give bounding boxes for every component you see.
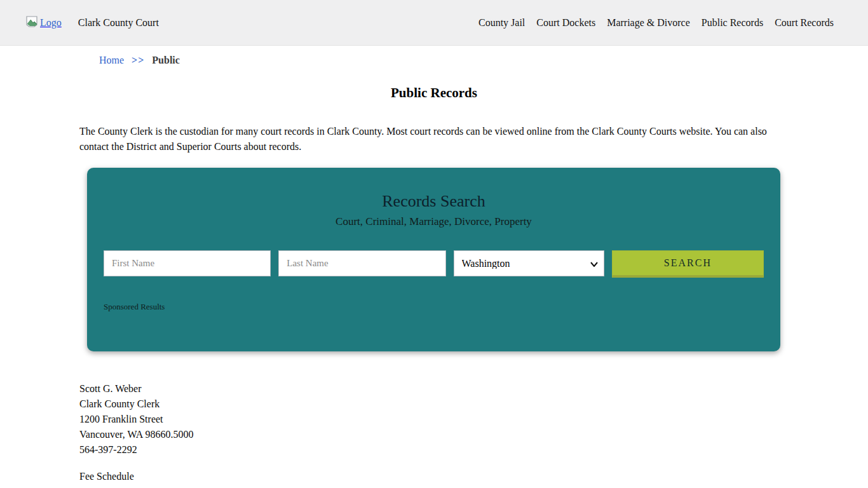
state-select[interactable]: Washington xyxy=(454,250,604,276)
nav-marriage-divorce[interactable]: Marriage & Divorce xyxy=(607,17,690,29)
fee-schedule-link[interactable]: Fee Schedule xyxy=(79,471,134,482)
contact-title: Clark County Clerk xyxy=(79,396,193,412)
contact-phone: 564-397-2292 xyxy=(79,442,193,458)
nav-county-jail[interactable]: County Jail xyxy=(478,17,525,29)
breadcrumb-current: Public xyxy=(152,55,180,66)
page-title: Public Records xyxy=(0,85,868,101)
main-nav: County Jail Court Dockets Marriage & Div… xyxy=(478,17,834,29)
search-form: Washington SEARCH xyxy=(104,250,764,278)
brand: Logo Clark County Court xyxy=(25,16,159,30)
panel-title: Records Search xyxy=(104,192,764,211)
breadcrumb-home-link[interactable]: Home xyxy=(99,55,124,66)
broken-image-icon xyxy=(25,16,39,30)
breadcrumb: Home >> Public xyxy=(99,55,868,66)
state-select-wrap: Washington xyxy=(454,250,604,278)
search-button[interactable]: SEARCH xyxy=(612,250,764,278)
site-title: Clark County Court xyxy=(78,17,159,29)
records-search-panel: Records Search Court, Criminal, Marriage… xyxy=(87,168,780,351)
last-name-input[interactable] xyxy=(278,250,445,276)
contact-name: Scott G. Weber xyxy=(79,381,193,396)
logo-link[interactable]: Logo xyxy=(25,16,62,30)
header: Logo Clark County Court County Jail Cour… xyxy=(0,0,868,46)
nav-court-records[interactable]: Court Records xyxy=(775,17,834,29)
contact-city: Vancouver, WA 98660.5000 xyxy=(79,427,193,442)
first-name-input[interactable] xyxy=(104,250,271,276)
nav-public-records[interactable]: Public Records xyxy=(702,17,763,29)
breadcrumb-separator: >> xyxy=(132,55,144,66)
contact-street: 1200 Franklin Street xyxy=(79,412,193,427)
logo-alt-text: Logo xyxy=(40,17,62,29)
page: Logo Clark County Court County Jail Cour… xyxy=(0,0,868,488)
sponsored-results-label: Sponsored Results xyxy=(104,302,764,312)
panel-subtitle: Court, Criminal, Marriage, Divorce, Prop… xyxy=(104,215,764,228)
contact-block: Scott G. Weber Clark County Clerk 1200 F… xyxy=(79,381,193,458)
nav-court-dockets[interactable]: Court Dockets xyxy=(536,17,595,29)
intro-paragraph: The County Clerk is the custodian for ma… xyxy=(79,124,772,154)
